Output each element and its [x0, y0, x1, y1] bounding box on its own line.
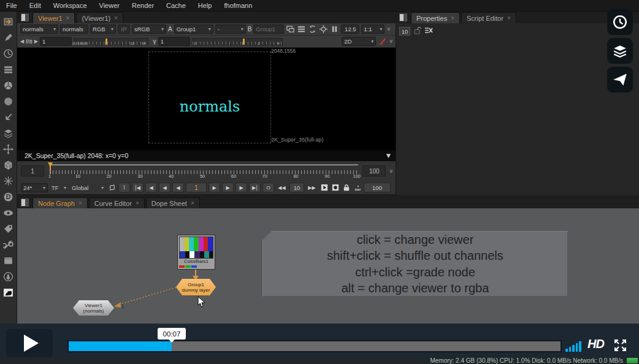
timeline-slider[interactable]: 1 10 20 30 40 50 60 70 80 90 100	[47, 162, 359, 180]
share-button[interactable]	[607, 67, 633, 93]
furnace-menu-icon[interactable]	[1, 268, 17, 284]
channel-box[interactable]: normals	[60, 25, 88, 34]
first-frame-button[interactable]: |◀	[132, 183, 143, 192]
volume-control[interactable]	[565, 341, 585, 352]
chevron-down-icon[interactable]: ▼	[386, 153, 391, 159]
next-frame-button[interactable]: ▶	[222, 183, 234, 192]
close-icon[interactable]: ×	[78, 200, 82, 207]
transform-menu-icon[interactable]	[1, 141, 17, 157]
plugin-menu-icon[interactable]	[1, 284, 17, 300]
filter-menu-icon[interactable]	[1, 93, 17, 109]
clear-panels-icon[interactable]	[424, 26, 433, 37]
monitor-out-icon[interactable]	[286, 25, 295, 34]
annotate-brush-icon[interactable]	[378, 37, 387, 46]
menu-render[interactable]: Render	[126, 2, 160, 9]
group-node[interactable]: Group1 dummy layer	[176, 279, 216, 295]
layer-select[interactable]: normals▾	[20, 25, 58, 34]
pause-icon[interactable]	[330, 25, 339, 34]
frame-step-box[interactable]: 10	[289, 183, 304, 192]
menu-workspace[interactable]: Workspace	[47, 2, 93, 9]
menu-edit[interactable]: Edit	[23, 2, 47, 9]
pane-menu-icon[interactable]	[21, 199, 29, 207]
hd-badge[interactable]: HD	[587, 337, 604, 351]
merge-menu-icon[interactable]	[1, 125, 17, 141]
menu-user[interactable]: fhofmann	[218, 2, 258, 9]
sticky-note[interactable]: click = change viewer shift+click = shuf…	[262, 231, 568, 297]
last-frame-button[interactable]: ▶|	[249, 183, 261, 192]
image-menu-icon[interactable]	[1, 13, 17, 29]
pane-menu-icon[interactable]	[399, 13, 407, 21]
more-options-icon[interactable]: «	[387, 39, 395, 44]
close-icon[interactable]: ×	[451, 15, 454, 21]
current-frame-box[interactable]: 1	[186, 183, 207, 192]
display-channel-select[interactable]: RGB▾	[90, 25, 116, 34]
play-button[interactable]	[6, 329, 53, 357]
wipe-select[interactable]: -▾	[215, 25, 246, 34]
frame-range-flag-icon[interactable]	[353, 183, 362, 192]
timecode-select[interactable]: TF▾	[50, 183, 68, 192]
prev-stop-icon[interactable]: ◀	[20, 39, 24, 44]
tab-curve-editor[interactable]: Curve Editor ×	[89, 197, 145, 208]
zoom-select[interactable]: 1:1▾	[361, 25, 385, 34]
tab-node-graph[interactable]: Node Graph ×	[33, 197, 88, 208]
range-end-box[interactable]: 100	[362, 165, 386, 176]
tab-script-editor[interactable]: Script Editor ×	[461, 12, 516, 23]
colorspace-select[interactable]: sRGB▾	[132, 25, 166, 34]
a-buffer-select[interactable]: Group1▾	[174, 25, 213, 34]
more-options-icon[interactable]: «	[385, 27, 392, 31]
play-forward-button[interactable]: ▶	[209, 183, 220, 192]
viewer-canvas[interactable]: 2048,1556 normals 2K_Super_35(full-ap)	[17, 48, 396, 150]
in-point-button[interactable]: I	[118, 183, 130, 192]
gain-slider[interactable]: 0.015625 1 10 64	[74, 38, 148, 45]
b-buffer-select[interactable]: Group1	[253, 25, 284, 34]
skip-back-button[interactable]: ◀◀	[276, 183, 288, 192]
max-panels-box[interactable]: 10	[399, 27, 410, 36]
video-progress-bar[interactable]	[67, 340, 562, 352]
time-menu-icon[interactable]	[1, 45, 17, 61]
close-icon[interactable]: ×	[191, 200, 194, 207]
keyer-menu-icon[interactable]	[1, 109, 17, 125]
3d-menu-icon[interactable]	[1, 157, 17, 173]
gamma-slider-handle[interactable]	[243, 39, 245, 45]
other-menu-icon[interactable]	[1, 252, 17, 268]
playback-mode-icon[interactable]	[320, 183, 329, 192]
colorbars-node[interactable]: ColorBars1	[177, 235, 215, 270]
channel-menu-icon[interactable]	[1, 61, 17, 77]
tab-viewer1-floating[interactable]: (Viewer1) ×	[76, 12, 123, 23]
gamma-slider[interactable]: 0 1 2 4	[192, 38, 283, 45]
menu-cache[interactable]: Cache	[160, 2, 192, 9]
lock-panels-icon[interactable]	[413, 26, 421, 37]
loop-mode-icon[interactable]	[107, 183, 117, 192]
stereo-modes-icon[interactable]	[297, 25, 306, 34]
gamma-input[interactable]: 1	[158, 37, 190, 46]
menu-viewer[interactable]: Viewer	[93, 2, 126, 9]
lock-range-icon[interactable]	[342, 183, 351, 192]
stop-mode-icon[interactable]	[331, 183, 340, 192]
prev-keyframe-button[interactable]: ◀	[145, 183, 157, 192]
playback-range-box[interactable]: 100	[364, 183, 391, 192]
view-mode-select[interactable]: 2D▾	[342, 37, 376, 46]
menu-help[interactable]: Help	[192, 2, 218, 9]
tab-viewer1[interactable]: Viewer1 ×	[33, 12, 75, 23]
refresh-icon[interactable]	[308, 25, 317, 34]
next-keyframe-button[interactable]: ▶	[235, 183, 247, 192]
pane-menu-icon[interactable]	[21, 13, 29, 21]
collections-button[interactable]	[607, 38, 633, 64]
views-menu-icon[interactable]	[1, 205, 17, 221]
close-icon[interactable]: ×	[66, 15, 70, 21]
next-stop-icon[interactable]: ▶	[34, 39, 38, 44]
particles-menu-icon[interactable]	[1, 173, 17, 189]
color-menu-icon[interactable]	[1, 77, 17, 93]
more-options-icon[interactable]: «	[387, 169, 395, 173]
gain-slider-handle[interactable]	[105, 39, 107, 45]
play-backward-button[interactable]: ◀	[172, 183, 184, 192]
input-process-toggle[interactable]: IP	[118, 25, 130, 34]
viewer-node[interactable]: Viewer1 (normals)	[73, 300, 114, 316]
metadata-menu-icon[interactable]	[1, 221, 17, 237]
skip-forward-button[interactable]: ▶▶	[306, 183, 318, 192]
menu-file[interactable]: File	[0, 2, 23, 9]
prev-frame-button[interactable]: ◀	[159, 183, 170, 192]
out-point-button[interactable]: O	[262, 183, 274, 192]
tab-dope-sheet[interactable]: Dope Sheet ×	[146, 197, 200, 208]
viewer-fps-box[interactable]: 12.5	[341, 25, 359, 34]
